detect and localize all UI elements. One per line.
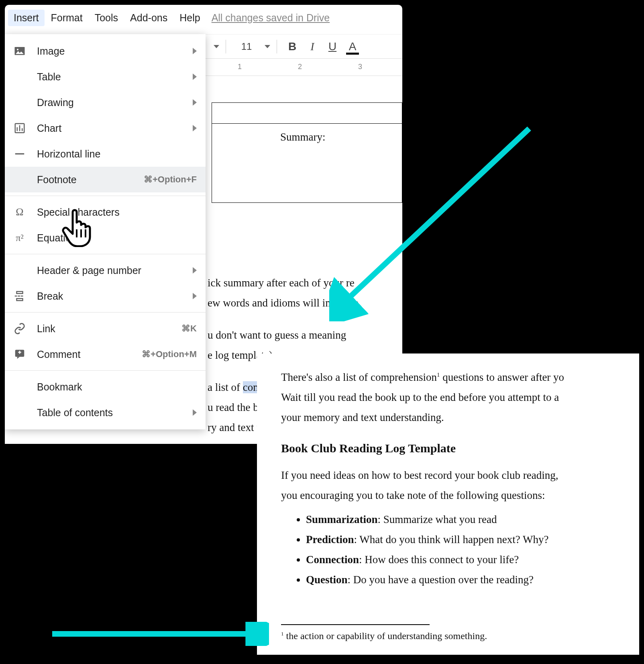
menu-item-horizontal-line[interactable]: Horizontal line (5, 141, 206, 167)
menu-item-footnote[interactable]: Footnote ⌘+Option+F (5, 167, 206, 192)
menu-item-equation[interactable]: π² Equation (5, 225, 206, 251)
svg-point-1 (17, 49, 18, 50)
menu-item-header-page-number[interactable]: Header & page number (5, 257, 206, 283)
doc-table[interactable]: Summary: (212, 102, 402, 203)
annotation-arrow-2 (48, 622, 269, 646)
blank-icon (14, 407, 26, 419)
keyboard-shortcut: ⌘K (181, 323, 197, 334)
menu-label: Table (37, 71, 193, 83)
doc-list[interactable]: Summarization: Summarize what you read P… (306, 512, 639, 588)
menu-item-bookmark[interactable]: Bookmark (5, 374, 206, 400)
menu-tools[interactable]: Tools (89, 10, 124, 26)
doc-text[interactable]: There's also a list of comprehension1 qu… (281, 370, 639, 386)
list-item[interactable]: Prediction: What do you think will happe… (306, 532, 639, 548)
menu-separator (5, 370, 206, 371)
menu-item-image[interactable]: Image (5, 38, 206, 64)
menu-label: Break (37, 290, 193, 302)
chevron-down-icon (214, 45, 219, 48)
italic-button[interactable]: I (304, 38, 321, 55)
ruler-tick: 2 (298, 63, 302, 71)
submenu-arrow-icon (193, 125, 197, 131)
chevron-down-icon (265, 45, 270, 48)
link-icon (14, 323, 26, 335)
list-item[interactable]: Connection: How does this connect to you… (306, 552, 639, 568)
menu-addons[interactable]: Add-ons (124, 10, 173, 26)
menu-separator (5, 254, 206, 254)
pointer-cursor-icon (60, 207, 96, 249)
font-size-dropdown[interactable]: 11 (232, 41, 270, 52)
menu-item-link[interactable]: Link ⌘K (5, 316, 206, 341)
keyboard-shortcut: ⌘+Option+M (142, 349, 197, 360)
menu-label: Drawing (37, 97, 193, 108)
bold-button[interactable]: B (283, 38, 301, 55)
menu-item-special-characters[interactable]: Ω Special characters (5, 199, 206, 225)
text-color-button[interactable]: A (344, 38, 361, 55)
chart-icon (14, 122, 26, 134)
menu-format[interactable]: Format (45, 10, 88, 26)
doc-text[interactable]: ew words and idioms will improve (208, 295, 402, 311)
doc-text[interactable]: If you need ideas on how to best record … (281, 468, 639, 484)
font-family-dropdown[interactable] (214, 45, 219, 48)
doc-heading[interactable]: Book Club Reading Log Template (281, 439, 639, 457)
submenu-arrow-icon (193, 409, 197, 416)
menu-label: Link (37, 323, 181, 335)
menu-separator (5, 312, 206, 313)
ruler-tick: 1 (238, 63, 242, 71)
menu-item-break[interactable]: Break (5, 283, 206, 309)
comment-icon (14, 348, 26, 360)
doc-text[interactable]: Wait till you read the book up to the en… (281, 390, 639, 406)
menu-label: Header & page number (37, 265, 193, 276)
menu-label: Image (37, 45, 193, 57)
menu-item-comment[interactable]: Comment ⌘+Option+M (5, 341, 206, 367)
menu-label: Footnote (37, 174, 144, 186)
blank-icon (14, 381, 26, 393)
save-status: All changes saved in Drive (212, 12, 330, 24)
page-break-icon (14, 290, 26, 302)
menu-item-drawing[interactable]: Drawing (5, 90, 206, 115)
submenu-arrow-icon (193, 74, 197, 80)
menu-label: Bookmark (37, 381, 197, 393)
footnote-separator (281, 624, 430, 625)
list-item[interactable]: Summarization: Summarize what you read (306, 512, 639, 528)
doc-text[interactable]: your memory and text understanding. (281, 410, 639, 426)
list-item[interactable]: Question: Do you have a question over th… (306, 572, 639, 588)
menu-label: Chart (37, 123, 193, 134)
blank-icon (14, 71, 26, 83)
image-icon (14, 45, 26, 57)
menu-separator (5, 196, 206, 196)
font-size-value: 11 (232, 41, 261, 52)
submenu-arrow-icon (193, 99, 197, 106)
horizontal-line-icon (14, 148, 26, 160)
blank-icon (14, 96, 26, 108)
underline-button[interactable]: U (324, 38, 341, 55)
insert-menu-dropdown: Image Table Drawing Chart (5, 34, 206, 429)
submenu-arrow-icon (193, 48, 197, 54)
menu-help[interactable]: Help (174, 10, 206, 26)
table-cell-summary[interactable]: Summary: (212, 124, 402, 145)
blank-icon (14, 174, 26, 186)
menu-label: Comment (37, 349, 142, 360)
menu-item-table[interactable]: Table (5, 64, 206, 90)
submenu-arrow-icon (193, 267, 197, 274)
doc-text[interactable]: ick summary after each of your re (208, 275, 402, 291)
menu-label: Table of contents (37, 407, 193, 419)
footnote-text[interactable]: 1 the action or capability of understand… (281, 629, 639, 644)
submenu-arrow-icon (193, 293, 197, 299)
menu-item-table-of-contents[interactable]: Table of contents (5, 400, 206, 425)
pi-icon: π² (14, 232, 26, 244)
menu-item-chart[interactable]: Chart (5, 115, 206, 141)
ruler-tick: 3 (358, 63, 362, 71)
menu-label: Horizontal line (37, 148, 197, 160)
omega-icon: Ω (14, 206, 26, 218)
menu-bar: Insert Format Tools Add-ons Help All cha… (5, 5, 402, 34)
blank-icon (14, 264, 26, 276)
keyboard-shortcut: ⌘+Option+F (144, 174, 197, 185)
doc-text[interactable]: you encouraging you to take note of the … (281, 488, 639, 504)
doc-text[interactable]: u don't want to guess a meaning (208, 327, 402, 343)
result-document-excerpt: There's also a list of comprehension1 qu… (257, 353, 639, 655)
menu-insert[interactable]: Insert (8, 10, 45, 26)
